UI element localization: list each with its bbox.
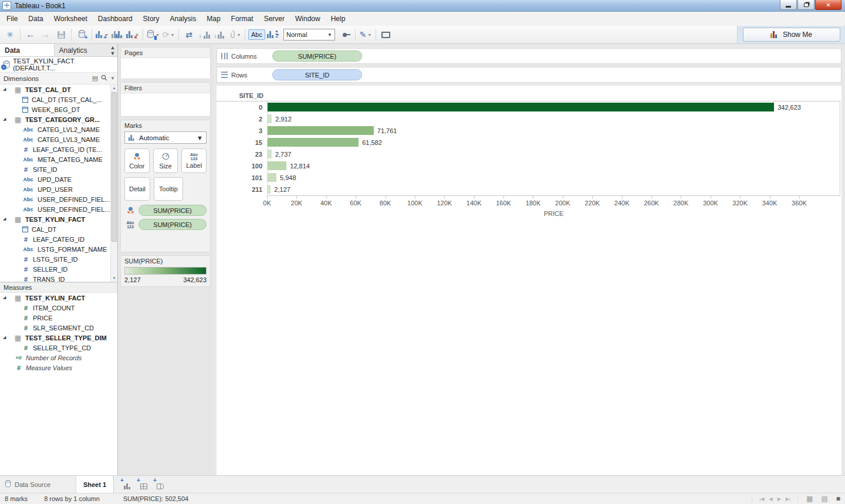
menu-format[interactable]: Format [226,12,259,26]
row-label[interactable]: 15 [217,137,267,148]
sort-ascending-button[interactable]: ↓ [197,28,211,42]
columns-shelf[interactable]: Columns SUM(PRICE) [217,48,841,64]
field-item[interactable]: #TRANS_ID [0,274,117,282]
field-item[interactable]: AbcMETA_CATEG_NAME [0,154,117,164]
minimize-button[interactable] [780,0,797,10]
sheet-sorter-button[interactable]: ▦ [806,495,813,503]
first-sheet-button[interactable]: |◀ [759,496,764,502]
close-button[interactable]: × [815,0,841,10]
field-item[interactable]: ◢▦TEST_KYLIN_FACT [0,293,117,303]
field-item[interactable]: #Measure Values [0,363,117,373]
label-button[interactable]: Abc123 Label [181,148,207,173]
tab-analytics[interactable]: Analytics [54,44,109,56]
last-sheet-button[interactable]: ▶| [786,496,790,502]
menu-server[interactable]: Server [259,12,290,26]
field-item[interactable]: #LEAF_CATEG_ID [0,234,117,244]
row-label[interactable]: 2 [217,113,267,125]
chevron-down-icon[interactable]: ▼ [110,76,115,81]
bar-mark[interactable] [268,185,271,194]
data-source-item[interactable]: ✓ TEST_KYLIN_FACT (DEFAULT.T... [0,57,117,73]
field-item[interactable]: CAL_DT (TEST_CAL_... [0,94,117,104]
pages-shelf[interactable] [121,57,210,79]
collapse-icon[interactable]: ◢ [3,117,6,121]
field-item[interactable]: AbcLSTG_FORMAT_NAME [0,244,117,254]
bar-mark[interactable] [268,150,272,158]
menu-window[interactable]: Window [290,12,326,26]
view-as-list-icon[interactable]: ▤ [92,75,98,82]
detail-button[interactable]: Detail [124,177,150,201]
field-item[interactable]: #LEAF_CATEG_ID (TE... [0,144,117,154]
filters-shelf[interactable] [121,93,210,116]
previous-sheet-button[interactable]: ◀ [769,496,773,502]
field-item[interactable]: ◢▦TEST_CAL_DT [0,84,117,94]
pause-auto-updates-button[interactable]: ▼ [146,28,160,42]
color-button[interactable]: Color [124,148,150,173]
redo-button[interactable]: → [39,28,53,42]
new-dashboard-tab-button[interactable]: + [138,480,149,489]
menu-map[interactable]: Map [201,12,225,26]
field-item[interactable]: ◢▦TEST_SELLER_TYPE_DIM [0,333,117,343]
field-item[interactable]: AbcCATEG_LVL3_NAME [0,134,117,144]
field-item[interactable]: AbcUSER_DEFINED_FIEL... [0,194,117,204]
field-item[interactable]: =#Number of Records [0,353,117,363]
new-worksheet-button[interactable]: + ▼ [95,28,109,42]
field-item[interactable]: ◢▦TEST_CATEGORY_GR... [0,114,117,124]
highlight-button[interactable]: ✎▼ [359,28,373,42]
row-label[interactable]: 3 [217,125,267,137]
restore-button[interactable] [797,0,814,10]
refresh-button[interactable]: ⟳▼ [161,28,175,42]
fit-mode-select[interactable]: Normal ▼ [283,29,335,40]
menu-data[interactable]: Data [23,12,48,26]
field-item[interactable]: #PRICE [0,313,117,323]
scroll-up-icon[interactable]: ▲ [111,84,117,92]
swap-rows-columns-button[interactable]: ⇄ [182,28,196,42]
new-story-tab-button[interactable]: + [155,480,165,489]
field-item[interactable]: #SLR_SEGMENT_CD [0,323,117,333]
row-header[interactable]: SITE_ID [217,92,267,99]
collapse-icon[interactable]: ◢ [3,217,6,221]
duplicate-sheet-button[interactable] [110,28,124,42]
menu-file[interactable]: File [1,12,23,26]
tooltip-button[interactable]: Tooltip [154,177,183,201]
field-item[interactable]: ◢▦TEST_KYLIN_FACT [0,214,117,224]
field-item[interactable]: #LSTG_SITE_ID [0,254,117,264]
field-item[interactable]: #SELLER_ID [0,264,117,274]
collapse-icon[interactable]: ◢ [3,335,6,340]
filmstrip-view-button[interactable]: ▤ [821,495,827,503]
field-item[interactable]: #SITE_ID [0,164,117,174]
color-gradient[interactable] [124,267,207,275]
bar-mark[interactable] [268,103,774,111]
dimensions-scrollbar[interactable]: ▲ ▼ [110,84,117,282]
scrollbar-thumb[interactable] [111,92,117,242]
rows-pill[interactable]: SITE_ID [272,69,362,80]
save-button[interactable] [54,28,68,42]
pane-splitter-icon[interactable]: ▲▼ [108,44,117,56]
collapse-icon[interactable]: ◢ [3,295,6,300]
menu-story[interactable]: Story [138,12,165,26]
tableau-start-icon[interactable]: ✳ [3,28,17,42]
field-item[interactable]: #SELLER_TYPE_CD [0,343,117,353]
columns-pill[interactable]: SUM(PRICE) [272,50,362,62]
bar-mark[interactable] [268,138,359,147]
group-members-button[interactable]: ▼ [228,28,242,42]
menu-worksheet[interactable]: Worksheet [49,12,93,26]
fix-axes-button[interactable] [338,28,352,42]
show-tabs-button[interactable]: ■ [836,495,840,503]
show-mark-labels-button[interactable]: Abc [248,29,265,40]
menu-dashboard[interactable]: Dashboard [93,12,138,26]
mark-type-select[interactable]: Automatic ▼ [124,131,207,144]
tab-sheet1[interactable]: Sheet 1 [76,476,114,493]
show-hide-cards-button[interactable]: ▼ [266,28,280,42]
row-label[interactable]: 23 [217,148,267,160]
field-item[interactable]: AbcUPD_DATE [0,174,117,184]
new-data-source-button[interactable]: + [75,28,89,42]
tab-data-source[interactable]: Data Source [0,476,76,493]
field-item[interactable]: WEEK_BEG_DT [0,104,117,114]
bar-mark[interactable] [268,114,272,123]
tab-data[interactable]: Data [0,44,54,56]
row-label[interactable]: 100 [217,160,267,172]
row-label[interactable]: 101 [217,172,267,184]
menu-help[interactable]: Help [326,12,351,26]
label-shelf-pill[interactable]: SUM(PRICE) [138,219,207,230]
bar-mark[interactable] [268,173,276,182]
